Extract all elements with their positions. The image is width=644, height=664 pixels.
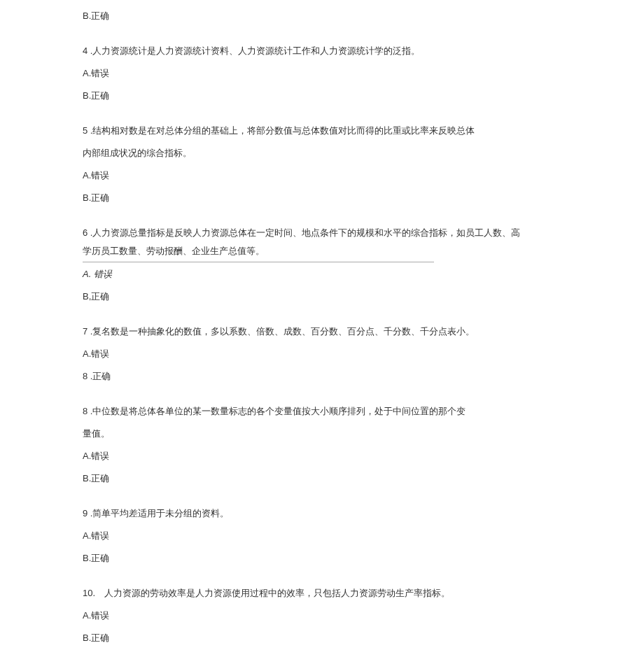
- spacer: [83, 492, 616, 504]
- question-text-underlined: 学历员工数量、劳动报酬、企业生产总值等。: [83, 242, 434, 262]
- answer-option: A.错误: [83, 167, 616, 185]
- answer-option: A. 错误: [83, 265, 616, 283]
- question-block: 6 .人力资源总量指标是反映人力资源总体在一定时间、地点条件下的规模和水平的综合…: [83, 224, 616, 262]
- question-text: 8 .中位数是将总体各单位的某一数量标志的各个变量值按大小顺序排列，处于中间位置…: [83, 402, 616, 421]
- question-text: 5 .结构相对数是在对总体分组的基础上，将部分数值与总体数值对比而得的比重或比率…: [83, 122, 616, 140]
- document-content: B.正确4 .人力资源统计是人力资源统计资料、人力资源统计工作和人力资源统计学的…: [83, 7, 616, 664]
- answer-option: B.正确: [83, 189, 616, 207]
- answer-option: B.正确: [83, 629, 616, 647]
- spacer: [83, 310, 616, 323]
- option-label: A. 错误: [83, 269, 112, 279]
- question-text: 10. 人力资源的劳动效率是人力资源使用过程中的效率，只包括人力资源劳动生产率指…: [83, 584, 616, 602]
- spacer: [83, 109, 616, 122]
- spacer: [83, 651, 616, 664]
- answer-option: A.错误: [83, 345, 616, 363]
- spacer: [83, 29, 616, 42]
- question-text: 量值。: [83, 425, 616, 443]
- answer-option: A.错误: [83, 527, 616, 545]
- question-text: 内部组成状况的综合指标。: [83, 144, 616, 162]
- question-text: 7 .复名数是一种抽象化的数值，多以系数、倍数、成数、百分数、百分点、千分数、千…: [83, 323, 616, 341]
- answer-option: B,正确: [83, 288, 616, 306]
- answer-option: B.正确: [83, 7, 616, 25]
- spacer: [83, 211, 616, 224]
- answer-option: B.正确: [83, 549, 616, 567]
- answer-option: A.错误: [83, 447, 616, 465]
- spacer: [83, 572, 616, 584]
- spacer: [83, 390, 616, 402]
- answer-option: 8 .正确: [83, 367, 616, 386]
- answer-option: A.错误: [83, 607, 616, 625]
- question-text: 4 .人力资源统计是人力资源统计资料、人力资源统计工作和人力资源统计学的泛指。: [83, 42, 616, 60]
- answer-option: B.正确: [83, 87, 616, 105]
- answer-option: A.错误: [83, 64, 616, 83]
- answer-option: B.正确: [83, 469, 616, 488]
- question-text: 9 .简单平均差适用于未分组的资料。: [83, 504, 616, 523]
- question-text: 6 .人力资源总量指标是反映人力资源总体在一定时间、地点条件下的规模和水平的综合…: [83, 224, 616, 242]
